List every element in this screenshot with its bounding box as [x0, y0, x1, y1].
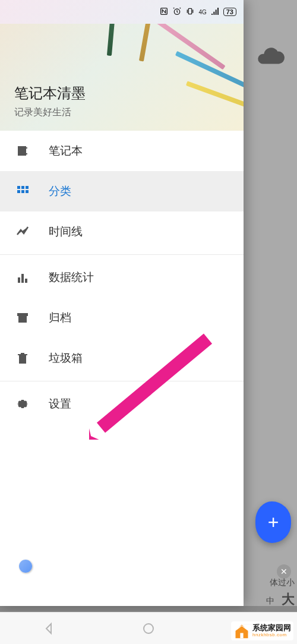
plus-icon: + — [268, 512, 279, 533]
signal-icon: 4G — [198, 9, 206, 15]
menu-item-notebook[interactable]: 笔记本 — [0, 131, 244, 171]
svg-rect-6 — [17, 190, 20, 193]
fab-add-button[interactable]: + — [255, 501, 291, 543]
svg-point-13 — [144, 624, 153, 633]
menu-label: 数据统计 — [49, 270, 94, 285]
brand-watermark: 系统家园网 hnzkhbsb.com — [231, 621, 293, 640]
size-medium[interactable]: 中 — [266, 596, 274, 607]
svg-rect-3 — [17, 186, 20, 189]
font-size-picker: 体过小 中 大 — [266, 577, 295, 608]
menu-group-1: 笔记本 分类 时间线 — [0, 131, 244, 252]
nfc-icon — [159, 7, 169, 18]
menu-item-category[interactable]: 分类 — [0, 171, 244, 211]
back-icon[interactable] — [42, 621, 56, 636]
menu-label: 时间线 — [49, 224, 83, 239]
app-title: 笔记本清墨 — [14, 84, 229, 103]
home-icon[interactable] — [141, 621, 156, 636]
navigation-drawer: 4G 73 笔记本清墨 记录美好生活 笔记本 分类 时间线 数据统计 — [0, 0, 244, 606]
menu-group-3: 设置 — [0, 384, 244, 424]
menu-label: 设置 — [49, 396, 71, 412]
archive-icon — [14, 310, 31, 326]
menu-item-timeline[interactable]: 时间线 — [0, 211, 244, 252]
timeline-icon — [14, 223, 31, 240]
divider — [0, 254, 244, 255]
grid-icon — [14, 183, 31, 200]
menu-label: 归档 — [49, 310, 71, 326]
size-large[interactable]: 大 — [282, 591, 295, 608]
status-bar: 4G 73 — [0, 0, 244, 24]
brand-name: 系统家园网 — [252, 624, 291, 632]
svg-rect-8 — [26, 190, 29, 193]
menu-label: 垃圾箱 — [49, 351, 83, 366]
svg-rect-15 — [240, 633, 243, 639]
gear-icon — [14, 396, 31, 412]
menu-item-trash[interactable]: 垃圾箱 — [0, 338, 244, 378]
menu-item-archive[interactable]: 归档 — [0, 298, 244, 338]
svg-rect-2 — [189, 8, 192, 14]
pencil-decoration — [154, 24, 225, 70]
brand-url: hnzkhbsb.com — [252, 633, 291, 638]
menu-label: 分类 — [49, 184, 71, 199]
app-subtitle: 记录美好生活 — [14, 106, 229, 119]
svg-rect-5 — [26, 186, 29, 189]
notebook-icon — [14, 143, 31, 159]
trash-icon — [14, 350, 31, 367]
svg-rect-10 — [21, 274, 24, 283]
pencil-decoration — [139, 24, 158, 62]
stats-icon — [14, 269, 31, 286]
svg-rect-7 — [21, 190, 24, 193]
cloud-icon — [255, 42, 285, 71]
drawer-header: 笔记本清墨 记录美好生活 — [0, 24, 244, 131]
watermark-dot — [19, 560, 32, 573]
menu-group-2: 数据统计 归档 垃圾箱 — [0, 257, 244, 378]
svg-rect-11 — [25, 279, 27, 283]
menu-item-settings[interactable]: 设置 — [0, 384, 244, 424]
house-icon — [233, 623, 250, 639]
close-icon[interactable]: ✕ — [277, 564, 291, 579]
alarm-icon — [172, 7, 182, 18]
battery-indicator: 73 — [223, 8, 236, 16]
menu-item-stats[interactable]: 数据统计 — [0, 257, 244, 298]
svg-rect-4 — [21, 186, 24, 189]
divider — [0, 381, 244, 381]
signal-bars-icon — [210, 7, 220, 18]
pencil-decoration — [107, 24, 119, 56]
size-label: 体过小 — [270, 577, 295, 588]
vibrate-icon — [185, 7, 195, 18]
svg-rect-9 — [18, 277, 20, 283]
menu-label: 笔记本 — [49, 143, 83, 159]
